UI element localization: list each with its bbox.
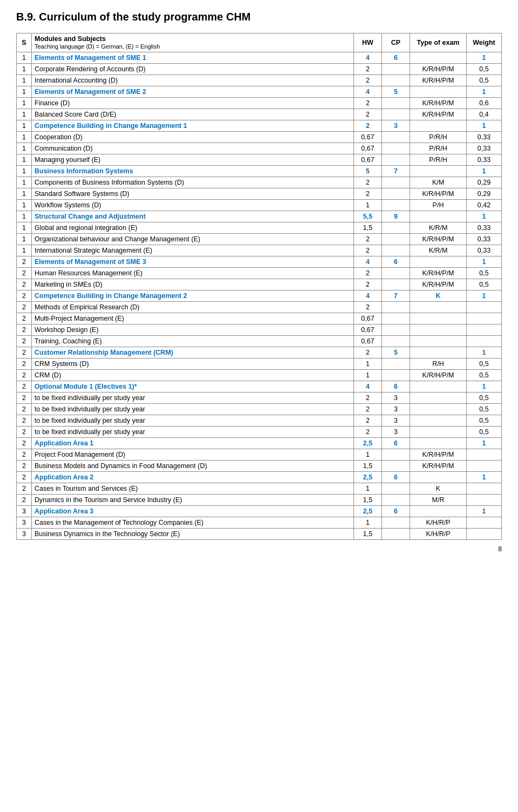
- hw-value: 4: [354, 290, 382, 302]
- s-col: 2: [17, 472, 32, 483]
- weight-value: [467, 449, 502, 461]
- module-name: Application Area 1: [32, 438, 354, 449]
- cp-value: [382, 358, 410, 370]
- module-name: Workflow Systems (D): [32, 200, 354, 211]
- exam-value: K/R/H/P/M: [410, 98, 467, 109]
- s-col: 2: [17, 290, 32, 302]
- cp-value: [382, 336, 410, 347]
- weight-value: 0,42: [467, 200, 502, 211]
- exam-value: [410, 313, 467, 324]
- hw-value: 2: [354, 393, 382, 404]
- weight-value: 0,5: [467, 64, 502, 75]
- header-s: S: [17, 33, 32, 52]
- weight-value: 0,33: [467, 245, 502, 256]
- cp-value: 6: [382, 506, 410, 517]
- cp-value: [382, 449, 410, 461]
- s-col: 3: [17, 506, 32, 517]
- hw-value: 2: [354, 268, 382, 279]
- module-name: to be fixed individually per study year: [32, 427, 354, 438]
- s-col: 1: [17, 234, 32, 245]
- s-col: 1: [17, 200, 32, 211]
- s-col: 1: [17, 245, 32, 256]
- module-name: CRM (D): [32, 370, 354, 381]
- module-name: Elements of Management of SME 3: [32, 256, 354, 268]
- weight-value: [467, 517, 502, 529]
- hw-value: 2: [354, 302, 382, 313]
- exam-value: [410, 336, 467, 347]
- weight-value: 0,5: [467, 279, 502, 290]
- s-col: 1: [17, 86, 32, 98]
- s-col: 1: [17, 109, 32, 120]
- weight-value: 0,5: [467, 393, 502, 404]
- table-row: 1Managing yourself (E)0,67P/R/H0,33: [17, 154, 502, 166]
- exam-value: [410, 52, 467, 64]
- module-name: Components of Business Information Syste…: [32, 177, 354, 188]
- cp-value: 6: [382, 52, 410, 64]
- weight-value: [467, 495, 502, 506]
- cp-value: 9: [382, 211, 410, 222]
- cp-value: [382, 324, 410, 336]
- table-row: 1Balanced Score Card (D/E)2K/R/H/P/M0,4: [17, 109, 502, 120]
- weight-value: 0,33: [467, 132, 502, 143]
- hw-value: 4: [354, 86, 382, 98]
- s-col: 1: [17, 64, 32, 75]
- table-row: 2Workshop Design (E)0,67: [17, 324, 502, 336]
- weight-value: 1: [467, 347, 502, 358]
- exam-value: P/R/H: [410, 132, 467, 143]
- hw-value: 1: [354, 483, 382, 495]
- weight-value: 0,5: [467, 358, 502, 370]
- cp-value: [382, 132, 410, 143]
- module-name: Business Dynamics in the Technology Sect…: [32, 529, 354, 540]
- table-row: 2Application Area 22,561: [17, 472, 502, 483]
- table-row: 2to be fixed individually per study year…: [17, 404, 502, 415]
- module-name: to be fixed individually per study year: [32, 415, 354, 427]
- cp-value: 7: [382, 290, 410, 302]
- cp-value: [382, 154, 410, 166]
- hw-value: 2,5: [354, 438, 382, 449]
- hw-value: 2: [354, 415, 382, 427]
- hw-value: 1,5: [354, 529, 382, 540]
- s-col: 2: [17, 279, 32, 290]
- cp-value: 3: [382, 120, 410, 132]
- s-col: 2: [17, 324, 32, 336]
- exam-value: P/H: [410, 200, 467, 211]
- exam-value: [410, 120, 467, 132]
- s-col: 2: [17, 381, 32, 393]
- table-row: 1International Accounting (D)2K/R/H/P/M0…: [17, 75, 502, 86]
- exam-value: K/R/H/P/M: [410, 109, 467, 120]
- table-row: 3Business Dynamics in the Technology Sec…: [17, 529, 502, 540]
- hw-value: 5,5: [354, 211, 382, 222]
- header-weight: Weight: [467, 33, 502, 52]
- module-name: International Strategic Management (E): [32, 245, 354, 256]
- weight-value: 0,5: [467, 268, 502, 279]
- cp-value: [382, 483, 410, 495]
- weight-value: 0,33: [467, 234, 502, 245]
- weight-value: 1: [467, 256, 502, 268]
- weight-value: 1: [467, 381, 502, 393]
- table-row: 1Structural Change and Adjustment5,591: [17, 211, 502, 222]
- exam-value: K/H/R/P: [410, 529, 467, 540]
- table-row: 1International Strategic Management (E)2…: [17, 245, 502, 256]
- hw-value: 5: [354, 166, 382, 177]
- weight-value: 0,5: [467, 404, 502, 415]
- weight-value: 1: [467, 86, 502, 98]
- exam-value: [410, 381, 467, 393]
- weight-value: 0,6: [467, 98, 502, 109]
- exam-value: [410, 427, 467, 438]
- cp-value: [382, 222, 410, 234]
- module-name: Cooperation (D): [32, 132, 354, 143]
- weight-value: [467, 529, 502, 540]
- cp-value: [382, 461, 410, 472]
- s-col: 1: [17, 177, 32, 188]
- weight-value: [467, 302, 502, 313]
- table-row: 2Marketing in SMEs (D)2K/R/H/P/M0,5: [17, 279, 502, 290]
- hw-value: 2: [354, 177, 382, 188]
- module-name: Elements of Management of SME 2: [32, 86, 354, 98]
- s-col: 1: [17, 166, 32, 177]
- exam-value: K/H/R/P: [410, 517, 467, 529]
- exam-value: [410, 86, 467, 98]
- curriculum-table: S Modules and Subjects Teaching language…: [16, 33, 502, 540]
- table-row: 2to be fixed individually per study year…: [17, 393, 502, 404]
- hw-value: 2: [354, 98, 382, 109]
- exam-value: [410, 166, 467, 177]
